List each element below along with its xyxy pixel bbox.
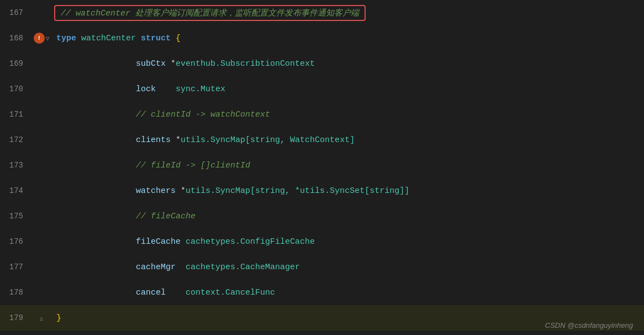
field-cachemgr: cacheMgr xyxy=(136,263,176,272)
line-content-176: fileCache cachetypes.ConfigFileCache xyxy=(50,229,644,254)
gutter-174 xyxy=(33,178,50,203)
line-content-172: clients *utils.SyncMap[string, WatchCont… xyxy=(50,127,644,153)
line-number-177: 177 xyxy=(0,254,33,280)
line-number-171: 171 xyxy=(0,102,33,127)
code-line-173: 173 // fileId -> []clientId xyxy=(0,153,644,178)
line-number-168: 168 xyxy=(0,25,33,51)
fold-icon-179[interactable]: △ xyxy=(40,315,44,322)
type-cancel: context.CancelFunc xyxy=(186,288,275,297)
field-filecache: fileCache xyxy=(136,237,181,247)
code-area: 167 // watchCenter 处理客户端订阅配置请求，监听配置文件发布事… xyxy=(0,0,644,335)
line-content-174: watchers *utils.SyncMap[string, *utils.S… xyxy=(50,178,644,203)
code-line-170: 170 lock sync.Mutex xyxy=(0,76,644,102)
line-content-178: cancel context.CancelFunc xyxy=(50,280,644,305)
brace-open: { xyxy=(176,34,181,43)
type-eventhub: eventhub.SubscribtionContext xyxy=(176,59,315,69)
line-number-174: 174 xyxy=(0,178,33,203)
line-number-167: 167 xyxy=(0,0,33,25)
line-number-169: 169 xyxy=(0,51,33,76)
gutter-173 xyxy=(33,153,50,178)
comment-175: // fileCache xyxy=(136,212,196,221)
gutter-175 xyxy=(33,203,50,229)
line-content-175: // fileCache xyxy=(50,203,644,229)
comment-167: // watchCenter 处理客户端订阅配置请求，监听配置文件发布事件通知客… xyxy=(61,8,359,18)
gutter-178 xyxy=(33,280,50,305)
code-line-172: 172 clients *utils.SyncMap[string, Watch… xyxy=(0,127,644,153)
line-number-170: 170 xyxy=(0,76,33,102)
field-subctx: subCtx xyxy=(136,59,166,69)
gutter-167 xyxy=(33,0,50,25)
line-content-180 xyxy=(50,331,644,335)
line-content-173: // fileId -> []clientId xyxy=(50,153,644,178)
line-content-171: // clientId -> watchContext xyxy=(50,102,644,127)
line-content-168: type watchCenter struct { xyxy=(50,25,644,51)
type-name-watchcenter: watchCenter xyxy=(81,34,136,43)
keyword-type: type xyxy=(56,34,76,43)
breakpoint-168[interactable]: ! xyxy=(34,33,45,44)
type-cachemgr: cachetypes.CacheManager xyxy=(186,263,300,272)
line-number-179: 179 xyxy=(0,305,33,331)
type-watchers: utils.SyncMap[string, *utils.SyncSet[str… xyxy=(186,186,409,196)
line-number-176: 176 xyxy=(0,229,33,254)
line-number-175: 175 xyxy=(0,203,33,229)
fold-icon-168[interactable]: ▽ xyxy=(46,35,50,42)
gutter-172 xyxy=(33,127,50,153)
code-line-168: 168 ! ▽ type watchCenter struct { xyxy=(0,25,644,51)
code-line-178: 178 cancel context.CancelFunc xyxy=(0,280,644,305)
line-content-177: cacheMgr cachetypes.CacheManager xyxy=(50,254,644,280)
code-line-174: 174 watchers *utils.SyncMap[string, *uti… xyxy=(0,178,644,203)
gutter-176 xyxy=(33,229,50,254)
gutter-168[interactable]: ! ▽ xyxy=(33,25,50,51)
comment-171: // clientId -> watchContext xyxy=(136,110,270,119)
field-cancel: cancel xyxy=(136,288,166,297)
line-content-170: lock sync.Mutex xyxy=(50,76,644,102)
field-lock: lock xyxy=(136,85,156,94)
code-line-177: 177 cacheMgr cachetypes.CacheManager xyxy=(0,254,644,280)
code-line-176: 176 fileCache cachetypes.ConfigFileCache xyxy=(0,229,644,254)
line-content-169: subCtx *eventhub.SubscribtionContext xyxy=(50,51,644,76)
gutter-170 xyxy=(33,76,50,102)
code-line-169: 169 subCtx *eventhub.SubscribtionContext xyxy=(0,51,644,76)
keyword-struct: struct xyxy=(141,34,171,43)
line-number-173: 173 xyxy=(0,153,33,178)
code-line-171: 171 // clientId -> watchContext xyxy=(0,102,644,127)
code-line-167: 167 // watchCenter 处理客户端订阅配置请求，监听配置文件发布事… xyxy=(0,0,644,25)
code-line-180: 180 xyxy=(0,331,644,335)
type-clients: utils.SyncMap[string, WatchContext] xyxy=(181,135,355,145)
gutter-171 xyxy=(33,102,50,127)
type-mutex: sync.Mutex xyxy=(176,85,225,94)
gutter-180 xyxy=(33,331,50,335)
code-editor: 167 // watchCenter 处理客户端订阅配置请求，监听配置文件发布事… xyxy=(0,0,644,335)
watermark: CSDN @csdnfanguyinheng xyxy=(545,321,633,329)
line-number-180: 180 xyxy=(0,331,33,335)
comment-173: // fileId -> []clientId xyxy=(136,161,250,170)
gutter-169 xyxy=(33,51,50,76)
gutter-177 xyxy=(33,254,50,280)
field-watchers: watchers xyxy=(136,186,176,196)
code-line-175: 175 // fileCache xyxy=(0,203,644,229)
type-filecache: cachetypes.ConfigFileCache xyxy=(186,237,315,247)
line-number-178: 178 xyxy=(0,280,33,305)
field-clients: clients xyxy=(136,135,171,145)
line-number-172: 172 xyxy=(0,127,33,153)
gutter-179[interactable]: △ xyxy=(33,305,50,331)
brace-close: } xyxy=(56,313,61,323)
